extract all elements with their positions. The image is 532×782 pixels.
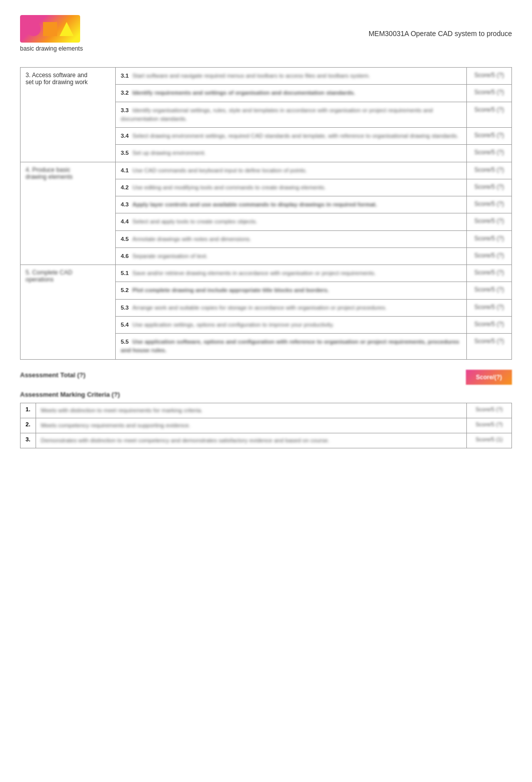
footer-criteria-text-1: Meets with distinction to meet requireme…: [36, 403, 466, 418]
section4-score-5: Score/5 (?): [467, 230, 512, 247]
section5-score-4: Score/5 (?): [467, 316, 512, 333]
section4-criteria-2: 4.2 Use editing and modifying tools and …: [116, 179, 467, 196]
section5-score-5: Score/5 (?): [467, 334, 512, 360]
section3-score-4: Score/5 (?): [467, 128, 512, 145]
section4-criteria-6-text: Separate organisation of text.: [132, 253, 207, 259]
logo-area: basic drawing elements: [20, 15, 83, 52]
section5-criteria-4: 5.4 Use application settings, options an…: [116, 316, 467, 333]
section3-criteria-1: 3.1 Start software and navigate required…: [116, 68, 467, 85]
section5-score-3: Score/5 (?): [467, 299, 512, 316]
footer-total-label: Assessment Total (?): [20, 371, 86, 379]
section5-criteria-1: 5.1 Save and/or retrieve drawing element…: [116, 265, 467, 282]
section3-criteria-4-text: Select drawing environment settings, req…: [132, 133, 458, 139]
criteria-section-label: Assessment Marking Criteria (?): [20, 391, 120, 398]
footer-criteria-score-2: Score/5 (?): [467, 418, 512, 433]
section5-score-1: Score/5 (?): [467, 265, 512, 282]
section5-criteria-2-text: Plot complete drawing and include approp…: [132, 287, 329, 293]
logo-shapes: [27, 22, 74, 36]
section3-score-5: Score/5 (?): [467, 145, 512, 162]
section4-criteria-4-text: Select and apply tools to create complex…: [132, 218, 257, 224]
footer-criteria-row-2: 2. Meets competency requirements and sup…: [21, 418, 512, 433]
section5-criteria-2: 5.2 Plot complete drawing and include ap…: [116, 282, 467, 299]
logo-triangle: [60, 22, 74, 36]
section5-label: 5. Complete CADoperations: [21, 265, 116, 360]
logo-image: [20, 15, 80, 43]
section4-criteria-1: 4.1 Use CAD commands and keyboard input …: [116, 162, 467, 179]
logo-circle: [27, 22, 41, 36]
section4-score-3: Score/5 (?): [467, 196, 512, 213]
section4-criteria-5: 4.5 Annotate drawings with notes and dim…: [116, 230, 467, 247]
section3-score-1: Score/5 (?): [467, 68, 512, 85]
footer-total-score: Score/(?): [466, 370, 512, 385]
section3-header-row: 3. Access software and set up for drawin…: [21, 68, 512, 85]
section4-criteria-3: 4.3 Apply layer controls and use availab…: [116, 196, 467, 213]
section3-label: 3. Access software and set up for drawin…: [21, 68, 116, 162]
footer-criteria-table: 1. Meets with distinction to meet requir…: [20, 403, 512, 449]
section4-criteria-4: 4.4 Select and apply tools to create com…: [116, 213, 467, 230]
footer-criteria-num-2: 2.: [21, 418, 36, 433]
section3-criteria-3-text: Identify organisational settings, rules,…: [121, 107, 433, 122]
footer-criteria-score-1: Score/5 (?): [467, 403, 512, 418]
section3-criteria-2-text: Identify requirements and settings of or…: [132, 90, 355, 96]
section3-score-2: Score/5 (?): [467, 85, 512, 102]
section5-criteria-3-text: Arrange work and suitable copies for sto…: [132, 305, 387, 311]
header-title: MEM30031A Operate CAD system to produce: [369, 30, 512, 38]
section4-score-4: Score/5 (?): [467, 213, 512, 230]
section5-criteria-3: 5.3 Arrange work and suitable copies for…: [116, 299, 467, 316]
section4-criteria-6: 4.6 Separate organisation of text.: [116, 247, 467, 265]
section5-criteria-4-text: Use application settings, options and co…: [132, 322, 334, 328]
section4-criteria-3-text: Apply layer controls and use available c…: [132, 201, 377, 207]
page-container: basic drawing elements MEM30031A Operate…: [0, 0, 532, 458]
section4-score-1: Score/5 (?): [467, 162, 512, 179]
subtitle: basic drawing elements: [20, 45, 83, 52]
section5-criteria-1-text: Save and/or retrieve drawing elements in…: [132, 270, 376, 276]
section4-row-1: 4. Produce basicdrawing elements 4.1 Use…: [21, 162, 512, 179]
section4-criteria-5-text: Annotate drawings with notes and dimensi…: [132, 236, 251, 242]
footer-criteria-num-1: 1.: [21, 403, 36, 418]
section4-score-6: Score/5 (?): [467, 247, 512, 265]
section5-criteria-5-text: Use application software, options and co…: [121, 339, 459, 353]
section3-criteria-5-text: Set up drawing environment.: [132, 150, 205, 156]
section3-criteria-2: 3.2 Identify requirements and settings o…: [116, 85, 467, 102]
footer-criteria-score-3: Score/5 (1): [467, 433, 512, 448]
section3-criteria-5: 3.5 Set up drawing environment.: [116, 145, 467, 162]
section4-score-2: Score/5 (?): [467, 179, 512, 196]
header: basic drawing elements MEM30031A Operate…: [20, 10, 512, 57]
footer-criteria-text-3: Demonstrates with distinction to meet co…: [36, 433, 466, 448]
section4-label: 4. Produce basicdrawing elements: [21, 162, 116, 265]
footer-criteria-text-2: Meets competency requirements and suppor…: [36, 418, 466, 433]
section3-score-3: Score/5 (?): [467, 102, 512, 128]
section3-criteria-3: 3.3 Identify organisational settings, ru…: [116, 102, 467, 128]
logo-square: [43, 22, 57, 36]
section5-row-1: 5. Complete CADoperations 5.1 Save and/o…: [21, 265, 512, 282]
footer-criteria-row-3: 3. Demonstrates with distinction to meet…: [21, 433, 512, 448]
section5-criteria-5: 5.5 Use application software, options an…: [116, 334, 467, 360]
section5-score-2: Score/5 (?): [467, 282, 512, 299]
section3-criteria-1-text: Start software and navigate required men…: [132, 73, 370, 79]
footer-criteria-num-3: 3.: [21, 433, 36, 448]
footer-criteria-row-1: 1. Meets with distinction to meet requir…: [21, 403, 512, 418]
footer-section: Assessment Total (?) Score/(?) Assessmen…: [20, 370, 512, 449]
section4-criteria-1-text: Use CAD commands and keyboard input to d…: [132, 167, 307, 173]
section4-criteria-2-text: Use editing and modifying tools and comm…: [132, 184, 326, 190]
main-table: 3. Access software and set up for drawin…: [20, 67, 512, 360]
section3-criteria-4: 3.4 Select drawing environment settings,…: [116, 128, 467, 145]
